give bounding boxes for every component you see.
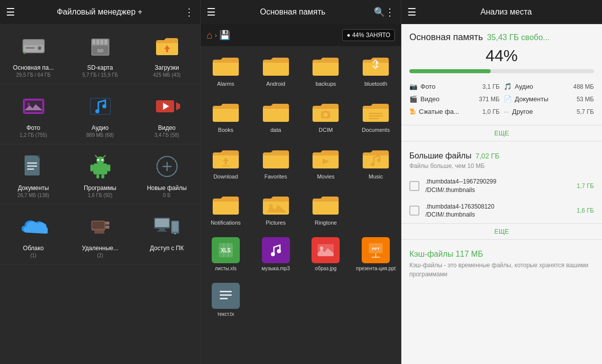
folder-bluetooth[interactable]: bluetooth (351, 46, 401, 92)
storage-item-new[interactable]: Новые файлы 0 Б (133, 144, 200, 205)
folder-favorites[interactable]: Favorites (251, 139, 301, 185)
svg-text:XLS: XLS (221, 248, 231, 253)
folder-documents[interactable]: Documents (351, 92, 401, 138)
file-mp3-icon (262, 237, 290, 263)
file-checkbox-2[interactable] (409, 206, 419, 216)
folder-dcim[interactable]: DCIM (301, 92, 351, 138)
file-txt[interactable]: текст.tx (201, 277, 251, 322)
file-mp3[interactable]: музыка.mp3 (251, 231, 301, 277)
downloads-icon (153, 32, 181, 60)
more-button-2[interactable]: ЕЩЕ (401, 223, 602, 240)
storage-item-apps[interactable]: Программы 1,6 ГБ (92) (67, 144, 133, 205)
folder-documents-label: Documents (362, 126, 390, 133)
svg-rect-15 (23, 98, 45, 114)
folder-movies[interactable]: Movies (301, 139, 351, 185)
photos-label: Фото (27, 124, 41, 131)
storage-item-audio[interactable]: Аудио 889 МБ (68) (67, 84, 133, 144)
storage-item-sd[interactable]: SD SD-карта 5,7 ГБ / 15,9 ГБ (67, 24, 133, 84)
storage-item-remote[interactable]: Удаленные... (2) (67, 205, 133, 265)
folder-alarms[interactable]: Alarms (201, 46, 251, 92)
file-xls[interactable]: XLS листы.xls (201, 231, 251, 277)
folder-music-icon (361, 145, 391, 171)
storage-icon[interactable]: 💾 (219, 30, 230, 41)
large-file-2[interactable]: .thumbdata4-1763508120/DCIM/.thumbnails … (401, 199, 602, 224)
storage-item-video[interactable]: Видео 3,4 ГБ (58) (133, 84, 200, 144)
svg-point-66 (371, 162, 375, 166)
svg-rect-11 (104, 40, 107, 45)
folder-dcim-label: DCIM (319, 126, 333, 133)
folder-dcim-icon (311, 98, 341, 124)
svg-rect-19 (90, 98, 110, 114)
svg-point-20 (95, 109, 99, 113)
svg-text:SD: SD (97, 48, 103, 53)
left-panel: Основная па... 29,5 ГБ / 64 ГБ SD (0, 24, 201, 364)
storage-item-downloads[interactable]: Загрузки 425 МБ (43) (133, 24, 200, 84)
search-button[interactable]: 🔍 (374, 7, 385, 18)
storage-item-pc[interactable]: Доступ с ПК (133, 205, 200, 265)
more-options-1[interactable]: ⋮ (184, 6, 194, 18)
folder-backups[interactable]: backups (301, 46, 351, 92)
svg-rect-46 (105, 222, 109, 225)
svg-point-31 (97, 159, 99, 161)
file-xls-label: листы.xls (215, 265, 236, 272)
file-ppt[interactable]: PPT презента-ция.ppt (351, 231, 401, 277)
folder-music-label: Music (369, 173, 383, 180)
large-file-1-path: .thumbdata4--1967290299/DCIM/.thumbnails (425, 177, 571, 195)
home-icon[interactable]: ⌂ (207, 30, 213, 41)
remote-sub: (2) (97, 253, 103, 258)
folder-music[interactable]: Music (351, 139, 401, 185)
folder-grid-row2: Books data (201, 92, 401, 138)
docs-label: Документы (18, 185, 49, 192)
new-files-icon (153, 152, 181, 180)
file-txt-icon (212, 283, 240, 309)
main-storage-sub: 29,5 ГБ / 64 ГБ (16, 72, 50, 78)
video-sub: 3,4 ГБ (58) (155, 132, 179, 138)
hamburger-menu-1[interactable]: ☰ (6, 6, 15, 18)
large-file-2-size: 1,6 ГБ (577, 207, 594, 214)
svg-rect-28 (27, 168, 34, 170)
progress-bar (409, 69, 594, 73)
folder-download[interactable]: Download (201, 139, 251, 185)
svg-rect-51 (157, 231, 167, 232)
file-jpg[interactable]: образ.jpg (301, 231, 351, 277)
folder-android[interactable]: Android (251, 46, 301, 92)
video-stat-icon: 🎬 (409, 95, 417, 103)
storage-item-main[interactable]: Основная па... 29,5 ГБ / 64 ГБ (0, 24, 67, 84)
more-options-2[interactable]: ⋮ (385, 6, 395, 18)
panel2-header: ☰ Основная память 🔍 ⋮ (201, 0, 401, 24)
folder-backups-icon (311, 52, 341, 78)
folder-pictures[interactable]: Pictures (251, 185, 301, 231)
folder-ringtones[interactable]: Ringtone (301, 185, 351, 231)
middle-panel: ⌂ › 💾 ● 44% ЗАНЯТО Alarms (201, 24, 401, 364)
file-ppt-icon: PPT (362, 237, 390, 263)
folder-alarms-icon (211, 52, 241, 78)
storage-badge: ● 44% ЗАНЯТО (342, 29, 395, 41)
hamburger-menu-3[interactable]: ☰ (407, 6, 416, 18)
remote-label: Удаленные... (82, 245, 118, 252)
cache-desc: Кэш-файлы - это временные файлы, которые… (409, 261, 594, 279)
svg-rect-26 (27, 162, 37, 164)
video-icon (153, 92, 181, 120)
hamburger-menu-2[interactable]: ☰ (207, 6, 216, 18)
large-file-1[interactable]: .thumbdata4--1967290299/DCIM/.thumbnails… (401, 173, 602, 199)
panel2-title: Основная память (216, 8, 370, 17)
storage-item-photos[interactable]: Фото 1,2 ГБ (755) (0, 84, 67, 144)
folder-data[interactable]: data (251, 92, 301, 138)
svg-marker-23 (176, 102, 180, 110)
folder-ringtones-label: Ringtone (315, 219, 337, 226)
folder-movies-icon (311, 145, 341, 171)
more-button-1[interactable]: ЕЩЕ (401, 125, 602, 141)
storage-item-docs[interactable]: Документы 26,7 МБ (138) (0, 144, 67, 205)
storage-item-cloud[interactable]: Облако (1) (0, 205, 67, 265)
folder-grid-row4: Notifications Pictures (201, 185, 401, 231)
large-file-1-size: 1,7 ГБ (577, 183, 594, 190)
file-checkbox-1[interactable] (409, 181, 419, 191)
svg-rect-53 (172, 222, 178, 232)
audio-icon (86, 92, 114, 120)
hdd-icon (20, 32, 48, 60)
folder-books[interactable]: Books (201, 92, 251, 138)
downloads-sub: 425 МБ (43) (153, 72, 181, 78)
folder-backups-label: backups (316, 80, 336, 87)
folder-notifications[interactable]: Notifications (201, 185, 251, 231)
folder-bluetooth-label: bluetooth (364, 80, 387, 87)
